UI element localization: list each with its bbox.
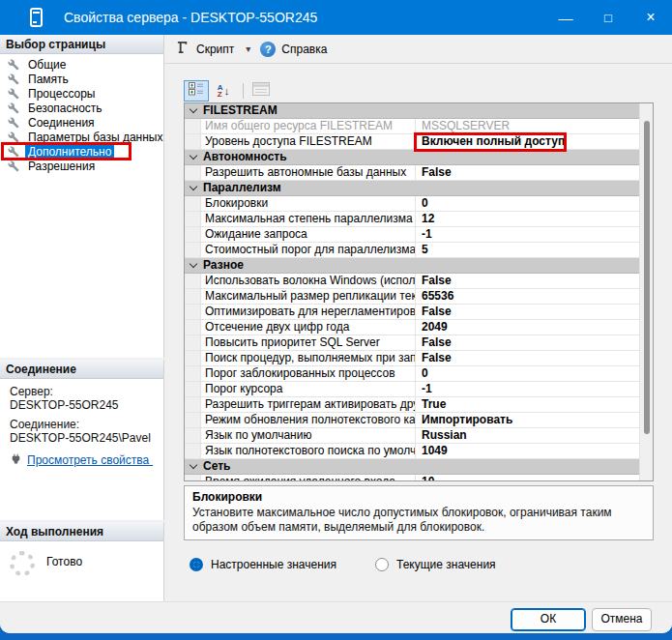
sidebar-item-2[interactable]: Память — [0, 72, 163, 86]
property-row[interactable]: Максимальный размер репликации тек65536 — [185, 289, 639, 305]
scrollbar-thumb[interactable] — [644, 121, 650, 434]
alphabetical-sort-button[interactable]: AZ↓ — [211, 80, 236, 102]
main-area: Скрипт ▾ ? Справка — [164, 35, 672, 601]
property-value[interactable]: 10 — [416, 475, 639, 481]
radio-icon — [190, 558, 203, 571]
category-row[interactable]: Разное — [185, 258, 639, 274]
vertical-scrollbar[interactable] — [639, 103, 653, 480]
property-label: Максимальная степень параллелизма — [201, 212, 416, 226]
row-gutter — [185, 428, 201, 443]
category-row[interactable]: Сеть — [185, 459, 639, 475]
category-row[interactable]: Параллелизм — [185, 181, 639, 196]
property-label: Порог курсора — [201, 382, 416, 396]
configured-values-radio[interactable]: Настроенные значения — [190, 558, 336, 571]
property-row[interactable]: Порог заблокированных процессов0 — [185, 366, 639, 382]
minimize-button[interactable]: — — [544, 0, 587, 35]
collapse-chevron-icon[interactable] — [185, 103, 201, 118]
property-row[interactable]: Уровень доступа FILESTREAMВключен полный… — [185, 134, 639, 150]
sidebar-item-5[interactable]: Соединения — [0, 115, 163, 130]
property-value[interactable]: MSSQLSERVER — [416, 119, 639, 133]
category-label: Разное — [201, 258, 244, 273]
view-connection-properties-link[interactable]: Просмотреть свойства соед — [27, 453, 153, 467]
help-button[interactable]: Справка — [281, 43, 327, 56]
collapse-chevron-icon[interactable] — [185, 181, 201, 195]
sidebar-item-8[interactable]: Разрешения — [0, 159, 163, 173]
property-row[interactable]: Стоимостный порог для параллелизма5 — [185, 243, 639, 258]
property-row[interactable]: Язык по умолчаниюRussian — [185, 428, 639, 444]
property-value[interactable]: 1049 — [416, 444, 639, 458]
ok-button[interactable]: ОК — [511, 608, 586, 631]
category-row[interactable]: FILESTREAM — [185, 103, 639, 119]
property-row[interactable]: Имя общего ресурса FILESTREAMMSSQLSERVER — [185, 119, 639, 134]
category-row[interactable]: Автономность — [185, 150, 639, 165]
property-value[interactable]: 2049 — [416, 320, 639, 335]
script-dropdown-caret[interactable]: ▾ — [246, 44, 250, 54]
property-value[interactable]: False — [416, 351, 639, 365]
maximize-button[interactable]: □ — [587, 0, 629, 35]
property-label: Порог заблокированных процессов — [201, 366, 416, 381]
connection-header: Соединение — [0, 360, 163, 379]
property-value[interactable]: Импортировать — [416, 413, 639, 427]
property-row[interactable]: Максимальная степень параллелизма12 — [185, 212, 639, 227]
progress-header: Ход выполнения — [0, 522, 163, 541]
property-value[interactable]: Включен полный доступ — [416, 134, 639, 149]
connection-panel: Соединение Сервер: DESKTOP-55OR245 Соеди… — [0, 360, 164, 520]
connection-properties-icon — [10, 452, 22, 468]
categorized-view-button[interactable] — [184, 80, 209, 102]
property-value[interactable]: 12 — [416, 212, 639, 226]
collapse-chevron-icon[interactable] — [185, 150, 201, 164]
category-label: FILESTREAM — [201, 103, 278, 118]
property-value[interactable]: 0 — [416, 366, 639, 381]
sidebar-item-4[interactable]: Безопасность — [0, 101, 163, 115]
progress-panel: Ход выполнения Готово — [0, 522, 164, 601]
row-gutter — [185, 274, 201, 288]
property-row[interactable]: Использовать волокна Windows (использFal… — [185, 274, 639, 289]
property-value[interactable]: Russian — [416, 428, 639, 443]
sidebar-item-1[interactable]: Общие — [0, 57, 163, 72]
connection-label: Соединение: — [10, 418, 160, 431]
cancel-button[interactable]: Отмена — [592, 608, 652, 631]
row-gutter — [185, 212, 201, 226]
property-grid-rows: FILESTREAMИмя общего ресурса FILESTREAMM… — [185, 103, 639, 481]
property-row[interactable]: Разрешить автономные базы данныхFalse — [185, 165, 639, 181]
wrench-icon — [8, 117, 19, 129]
property-row[interactable]: Отсечение двух цифр года2049 — [185, 320, 639, 335]
property-row[interactable]: Поиск процедур, выполняемых при запуFals… — [185, 351, 639, 366]
dialog-footer: ОК Отмена — [0, 601, 672, 633]
sidebar-item-3[interactable]: Процессоры — [0, 86, 163, 101]
property-value[interactable]: False — [416, 335, 639, 350]
radio-icon — [375, 558, 389, 571]
property-value[interactable]: 0 — [416, 196, 639, 211]
row-gutter — [185, 289, 201, 304]
script-button[interactable]: Скрипт — [196, 43, 234, 56]
running-values-radio[interactable]: Текущие значения — [375, 558, 496, 571]
property-row[interactable]: Язык полнотекстового поиска по умолч1049 — [185, 444, 639, 459]
property-value[interactable]: -1 — [416, 227, 639, 242]
row-gutter — [185, 351, 201, 365]
property-label: Оптимизировать для нерегламентирова — [201, 305, 416, 319]
property-row[interactable]: Разрешить триггерам активировать друTrue — [185, 397, 639, 413]
property-value[interactable]: False — [416, 165, 639, 180]
titlebar: Свойства сервера - DESKTOP-55OR245 — □ × — [0, 0, 672, 35]
property-value[interactable]: True — [416, 397, 639, 412]
property-row[interactable]: Порог курсора-1 — [185, 382, 639, 397]
property-value[interactable]: False — [416, 274, 639, 288]
property-value[interactable]: 5 — [416, 243, 639, 257]
collapse-chevron-icon[interactable] — [185, 258, 201, 273]
property-value[interactable]: False — [416, 305, 639, 319]
property-row[interactable]: Оптимизировать для нерегламентироваFalse — [185, 305, 639, 320]
close-button[interactable]: × — [629, 0, 672, 35]
sidebar-item-7[interactable]: Дополнительно — [0, 144, 163, 159]
wrench-icon — [8, 73, 19, 85]
sidebar-item-6[interactable]: Параметры базы данных — [0, 130, 163, 144]
property-value[interactable]: -1 — [416, 382, 639, 396]
radio-label: Настроенные значения — [211, 558, 336, 571]
property-row[interactable]: Режим обновления полнотекстового каИмпор… — [185, 413, 639, 428]
property-row[interactable]: Ожидание запроса-1 — [185, 227, 639, 243]
property-value[interactable]: 65536 — [416, 289, 639, 304]
property-row[interactable]: Блокировки0 — [185, 196, 639, 212]
collapse-chevron-icon[interactable] — [185, 459, 201, 474]
property-row[interactable]: Повысить приоритет SQL ServerFalse — [185, 335, 639, 351]
property-row[interactable]: Время ожидания удаленного входа10 — [185, 475, 639, 481]
wrench-icon — [8, 59, 19, 71]
